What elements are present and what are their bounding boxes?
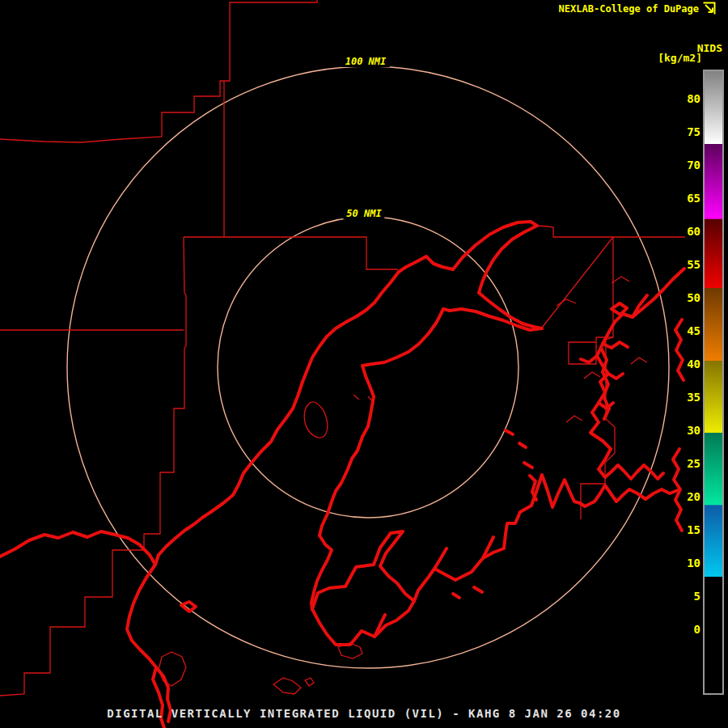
- site-title: NEXLAB-College of DuPage: [559, 3, 699, 15]
- colorbar-tick-label: 80: [668, 92, 700, 105]
- colorbar-tick-label: 15: [668, 523, 700, 536]
- colorbar-tick-label: 35: [668, 391, 700, 404]
- colorbar-tick-label: 50: [668, 291, 700, 304]
- colorbar-tick-label: 65: [668, 192, 700, 205]
- colorbar-tick-label: 60: [668, 225, 700, 238]
- shoreline-detail: [159, 277, 647, 694]
- colorbar-tick-label: 10: [668, 557, 700, 569]
- zone-boundaries: [0, 0, 685, 696]
- colorbar-tick-label: 70: [668, 159, 700, 171]
- colorbar-tick-label: 0: [668, 623, 700, 636]
- range-rings: [67, 66, 669, 668]
- coastlines: [0, 222, 684, 728]
- range-ring-label-100nmi: 100 NMI: [342, 56, 390, 67]
- colorbar-tick-label: 45: [668, 324, 700, 337]
- unit-label: [kg/m2]: [658, 52, 702, 64]
- colorbar-tick-label: 20: [668, 490, 700, 503]
- arrow-box-icon: [702, 2, 716, 15]
- colorbar-tick-label: 55: [668, 258, 700, 271]
- radar-display: NEXLAB-College of DuPage NIDS [kg/m2] 80…: [0, 0, 728, 728]
- range-ring-50nmi: [218, 217, 518, 518]
- product-title: DIGITAL VERTICALLY INTEGRATED LIQUID (VI…: [0, 707, 728, 720]
- range-ring-100nmi: [67, 66, 669, 668]
- colorbar-tick-label: 75: [668, 125, 700, 138]
- colorbar-tick-label: 5: [668, 590, 700, 603]
- colorbar-tick-label: 25: [668, 457, 700, 470]
- radar-map: [0, 0, 728, 728]
- colorbar-tick-label: 40: [668, 358, 700, 370]
- range-ring-label-50nmi: 50 NMI: [343, 208, 384, 219]
- colorbar-tick-label: 30: [668, 424, 700, 437]
- color-scale-bar: [703, 70, 724, 695]
